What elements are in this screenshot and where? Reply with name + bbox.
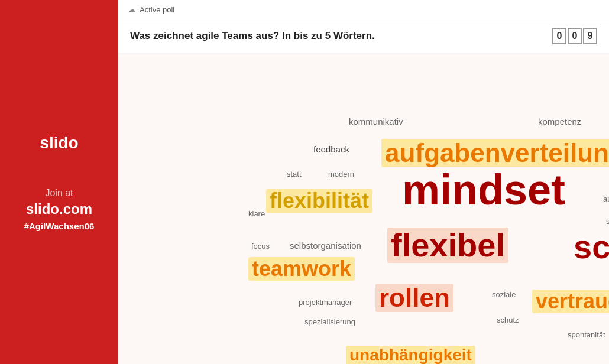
word-teamwork: teamwork [248, 257, 355, 281]
join-label: Join at [45, 188, 73, 199]
word-focus: focus [251, 242, 270, 250]
word-statt: statt [287, 170, 302, 178]
word-rollen: rollen [375, 284, 453, 312]
wordcloud: mindsetschnellflexibelaufgabenverteilung… [118, 53, 609, 364]
word-aufgabenverteilung: aufgabenverteilung [381, 139, 609, 167]
word-vertrauen: vertrauen [532, 290, 609, 313]
question-bar: Was zeichnet agile Teams aus? In bis zu … [118, 20, 609, 53]
active-poll-label: Active poll [140, 5, 174, 14]
vote-digit-1: 0 [552, 28, 566, 44]
slido-logo: slido [40, 134, 78, 152]
word-selbstmanagement: selbstmanagement [606, 217, 609, 225]
word-spontanität: spontanität [568, 331, 605, 339]
vote-digit-3: 9 [583, 28, 597, 44]
word-klare: klare [248, 210, 265, 217]
vote-counter: 0 0 9 [552, 28, 597, 44]
vote-digit-2: 0 [568, 28, 582, 44]
word-schutz: schutz [497, 316, 519, 324]
word-flexibel: flexibel [387, 228, 508, 263]
word-aufwandsreduzierung: aufwandsreduzierung [603, 195, 609, 203]
word-schnell: schnell [574, 230, 609, 264]
word-spezialisierung: spezialisierung [304, 318, 355, 326]
question-text: Was zeichnet agile Teams aus? In bis zu … [130, 30, 375, 42]
word-selbstorganisation: selbstorganisation [290, 241, 361, 250]
main-panel: ☁ Active poll Was zeichnet agile Teams a… [118, 0, 609, 364]
word-mindset: mindset [402, 168, 565, 211]
word-feedback: feedback [313, 145, 349, 154]
sidebar: slido Join at slido.com #AgilWachsen06 [0, 0, 118, 364]
word-projektmanager: projektmanager [299, 298, 352, 306]
word-modern: modern [328, 170, 354, 178]
word-unabhängigkeit: unabhängigkeit [346, 346, 475, 364]
word-kommunikativ: kommunikativ [349, 117, 403, 126]
cloud-icon: ☁ [128, 5, 136, 14]
slido-url: slido.com [26, 201, 92, 217]
topbar: ☁ Active poll [118, 0, 609, 20]
hashtag: #AgilWachsen06 [24, 221, 95, 231]
word-flexibilität: flexibilität [266, 189, 372, 213]
word-soziale: soziale [492, 291, 516, 298]
word-kompetenz: kompetenz [538, 117, 581, 126]
